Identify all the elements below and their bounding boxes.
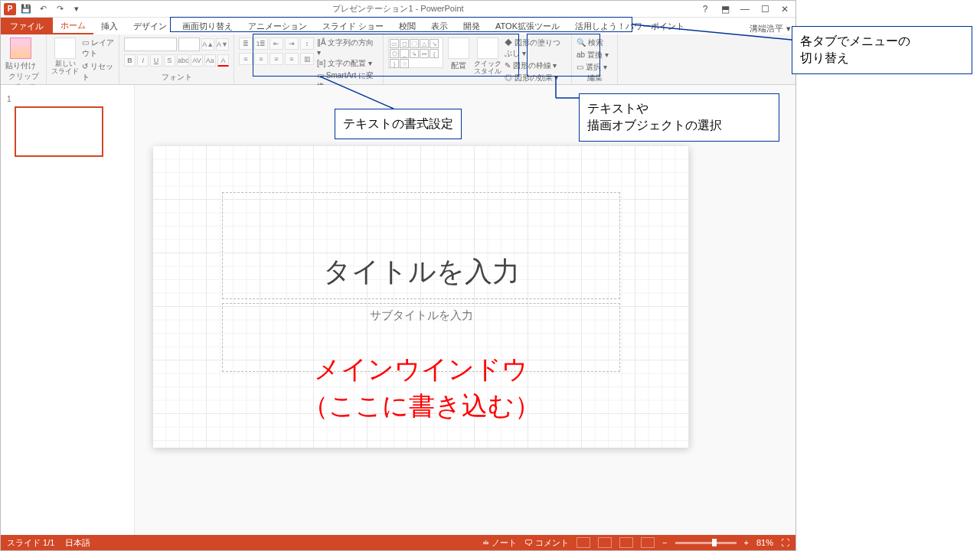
text-direction-button[interactable]: ‖Å 文字列の方向 ▾	[317, 37, 378, 57]
grow-font-icon[interactable]: A▲	[201, 38, 214, 51]
quick-styles-icon	[477, 37, 498, 59]
zoom-slider[interactable]	[675, 542, 737, 544]
close-icon[interactable]: ✕	[777, 4, 792, 15]
shape-fill-button[interactable]: ◆ 図形の塗りつぶし ▾	[505, 37, 567, 59]
callout-font: テキストの書式設定	[335, 109, 462, 139]
align-right-button[interactable]: ≡	[270, 53, 283, 65]
zoom-out-button[interactable]: −	[662, 538, 667, 547]
layout-button[interactable]: ▭ レイアウト	[82, 37, 114, 59]
callout-tabs: 各タブでメニューの 切り替え	[792, 26, 972, 74]
tab-transitions[interactable]: 画面切り替え	[175, 18, 240, 34]
callout-drawing: テキストや 描画オブジェクトの選択	[579, 93, 779, 142]
columns-button[interactable]: ▥	[300, 53, 314, 65]
account-name[interactable]: 溝端浩平 ▾	[750, 23, 791, 34]
save-icon[interactable]: 💾	[19, 2, 33, 16]
tab-file[interactable]: ファイル	[1, 18, 53, 34]
ribbon-options-icon[interactable]: ⬒	[717, 4, 733, 15]
align-center-button[interactable]: ≡	[254, 53, 268, 65]
help-icon[interactable]: ?	[697, 4, 713, 15]
zoom-in-button[interactable]: +	[744, 538, 749, 547]
arrange-button[interactable]: 配置	[446, 37, 471, 71]
quick-styles-button[interactable]: クイック スタイル	[474, 37, 501, 76]
bullets-button[interactable]: ≣	[239, 37, 253, 50]
qat-more-icon[interactable]: ▾	[70, 2, 83, 16]
paste-label: 貼り付け	[5, 60, 36, 71]
replace-button[interactable]: ab 置換 ▾	[577, 50, 612, 60]
thumbnail-pane[interactable]: 1	[1, 85, 135, 535]
title-bar: P 💾 ↶ ↷ ▾ プレゼンテーション1 - PowerPoint ? ⬒ — …	[1, 1, 795, 18]
font-color-button[interactable]: A	[217, 54, 229, 67]
tab-insert[interactable]: 挿入	[93, 18, 126, 34]
align-text-button[interactable]: [≡] 文字の配置 ▾	[317, 58, 378, 69]
slide-thumbnail-1[interactable]	[15, 106, 103, 157]
tab-katsuyou[interactable]: 活用しよう！パワーポイント	[567, 18, 692, 34]
group-label-font: フォント	[124, 72, 229, 84]
align-left-button[interactable]: ≡	[239, 53, 253, 65]
slide-editor[interactable]: タイトルを入力 サブタイトルを入力 メインウインドウ （ここに書き込む）	[135, 85, 795, 535]
group-drawing: ▭◻〇△↘⬠ ⎯↳↦{}☆ 配置 クイック スタイル ◆ 図形の塗りつぶし ▾ …	[384, 34, 572, 84]
arrange-label: 配置	[451, 60, 466, 71]
paste-icon	[10, 37, 31, 59]
status-slide: スライド 1/1	[7, 537, 54, 549]
font-size-combo[interactable]	[178, 37, 200, 51]
status-bar: スライド 1/1 日本語 ≐ ノート 🗨 コメント − + 81% ⛶	[1, 535, 795, 550]
tab-atok[interactable]: ATOK拡張ツール	[488, 18, 567, 34]
shrink-font-icon[interactable]: A▼	[216, 38, 229, 51]
tab-design[interactable]: デザイン	[126, 18, 175, 34]
view-reading-icon[interactable]	[619, 537, 633, 548]
shapes-gallery[interactable]: ▭◻〇△↘⬠ ⎯↳↦{}☆	[388, 37, 443, 68]
line-spacing-button[interactable]: ↕	[300, 37, 314, 50]
notes-button[interactable]: ≐ ノート	[482, 537, 517, 549]
tab-animations[interactable]: アニメーション	[240, 18, 315, 34]
fit-to-window-icon[interactable]: ⛶	[781, 538, 789, 547]
view-sorter-icon[interactable]	[598, 537, 612, 548]
bold-button[interactable]: B	[124, 54, 136, 67]
strike-button[interactable]: S	[164, 54, 175, 67]
tab-home[interactable]: ホーム	[53, 18, 93, 34]
redo-icon[interactable]: ↷	[53, 2, 67, 16]
numbering-button[interactable]: 1≣	[254, 37, 268, 50]
spacing-button[interactable]: AV	[191, 54, 202, 67]
underline-button[interactable]: U	[150, 54, 162, 67]
tab-slideshow[interactable]: スライド ショー	[315, 18, 391, 34]
shape-effects-button[interactable]: ◎ 図形の効果 ▾	[505, 73, 567, 83]
comments-button[interactable]: 🗨 コメント	[524, 537, 569, 549]
slide-canvas[interactable]: タイトルを入力 サブタイトルを入力 メインウインドウ （ここに書き込む）	[153, 146, 689, 448]
annotation-main-window: メインウインドウ （ここに書き込む）	[153, 351, 689, 424]
ribbon: 貼り付け クリップボード 新しい スライド ▭ レイアウト ↺ リセット ▦ セ…	[1, 34, 795, 85]
reset-button[interactable]: ↺ リセット	[82, 61, 114, 83]
tab-view[interactable]: 表示	[423, 18, 456, 34]
tab-developer[interactable]: 開発	[456, 18, 488, 34]
view-normal-icon[interactable]	[577, 537, 590, 548]
font-name-combo[interactable]	[124, 37, 177, 51]
subtitle-placeholder-text: サブタイトルを入力	[223, 304, 619, 323]
view-slideshow-icon[interactable]	[641, 537, 655, 548]
paste-button[interactable]: 貼り付け	[5, 37, 36, 71]
select-button[interactable]: ▭ 選択 ▾	[577, 62, 612, 73]
group-font: A▲ A▼ B I U S abc AV Aa A フォント	[119, 34, 234, 84]
indent-dec-button[interactable]: ⇤	[270, 37, 283, 50]
zoom-percent[interactable]: 81%	[756, 538, 773, 547]
quick-styles-label: クイック スタイル	[474, 60, 501, 76]
justify-button[interactable]: ≡	[285, 53, 299, 65]
find-button[interactable]: 🔍 検索	[577, 37, 612, 48]
tab-review[interactable]: 校閲	[391, 18, 423, 34]
new-slide-button[interactable]: 新しい スライド	[51, 37, 79, 76]
maximize-icon[interactable]: ☐	[757, 4, 773, 15]
title-placeholder[interactable]: タイトルを入力	[222, 192, 620, 299]
undo-icon[interactable]: ↶	[36, 2, 50, 16]
group-editing: 🔍 検索 ab 置換 ▾ ▭ 選択 ▾ 編集	[572, 34, 618, 84]
title-placeholder-text: タイトルを入力	[323, 253, 520, 298]
status-language: 日本語	[65, 537, 90, 549]
group-label-editing: 編集	[577, 73, 612, 85]
italic-button[interactable]: I	[137, 54, 149, 67]
shadow-button[interactable]: abc	[177, 54, 190, 67]
indent-inc-button[interactable]: ⇥	[285, 37, 299, 50]
new-slide-icon	[54, 37, 76, 59]
minimize-icon[interactable]: —	[737, 4, 753, 15]
app-window: P 💾 ↶ ↷ ▾ プレゼンテーション1 - PowerPoint ? ⬒ — …	[0, 0, 796, 551]
thumb-number: 1	[7, 95, 11, 103]
case-button[interactable]: Aa	[204, 54, 216, 67]
shape-outline-button[interactable]: ✎ 図形の枠線 ▾	[505, 60, 567, 71]
workspace: 1 タイトルを入力 サブタイトルを入力 メインウインドウ （ここに書き込む）	[1, 85, 795, 535]
